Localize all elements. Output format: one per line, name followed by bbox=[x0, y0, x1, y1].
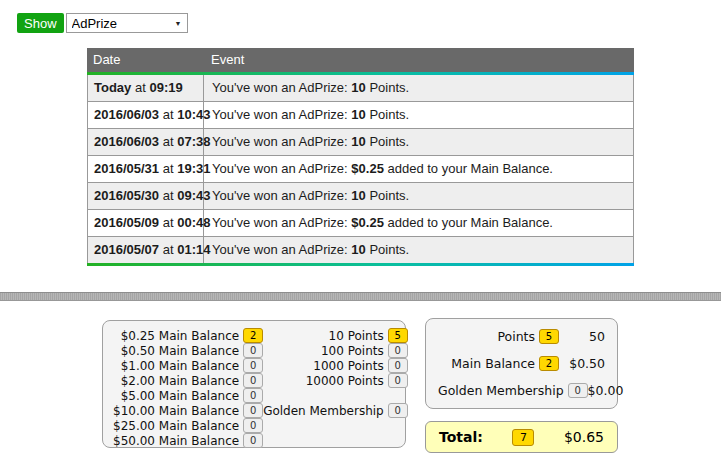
event-cell: You've won an AdPrize: 10 Points. bbox=[204, 129, 633, 155]
count-badge: 0 bbox=[243, 433, 263, 448]
count-badge: 0 bbox=[388, 373, 408, 388]
count-badge: 2 bbox=[539, 356, 559, 371]
date-cell: 2016/05/30 at 09:43 bbox=[88, 183, 204, 209]
prize-row: $50.00 Main Balance 0 bbox=[113, 433, 263, 448]
event-cell: You've won an AdPrize: $0.25 added to yo… bbox=[204, 210, 633, 236]
prize-label: $1.00 Main Balance bbox=[121, 359, 240, 373]
prize-label: $25.00 Main Balance bbox=[113, 419, 239, 433]
prize-row: $2.00 Main Balance 0 bbox=[113, 373, 263, 388]
table-body: Today at 09:19 You've won an AdPrize: 10… bbox=[87, 75, 634, 263]
table-row: 2016/05/09 at 00:48 You've won an AdPriz… bbox=[88, 209, 633, 236]
count-badge: 0 bbox=[243, 418, 263, 433]
count-badge: 0 bbox=[243, 343, 263, 358]
prize-row: $5.00 Main Balance 0 bbox=[113, 388, 263, 403]
table-row: 2016/06/03 at 10:43 You've won an AdPriz… bbox=[88, 101, 633, 128]
prize-label: 10 Points bbox=[329, 329, 384, 343]
count-badge: 7 bbox=[512, 429, 534, 446]
count-badge: 0 bbox=[243, 358, 263, 373]
table-header-row: Date Event bbox=[87, 48, 634, 72]
grand-total-label: Total: bbox=[439, 429, 483, 445]
date-cell: 2016/05/31 at 19:31 bbox=[88, 156, 204, 182]
prize-row: 10 Points 5 bbox=[263, 328, 408, 343]
prize-row: $0.50 Main Balance 0 bbox=[113, 343, 263, 358]
totals-box: Points 5 50 Main Balance 2 $0.50 Golden … bbox=[425, 318, 618, 409]
history-table: Date Event Today at 09:19 You've won an … bbox=[87, 48, 634, 266]
prize-row: 1000 Points 0 bbox=[263, 358, 408, 373]
prize-label: 100 Points bbox=[321, 344, 384, 358]
prize-label: $0.25 Main Balance bbox=[121, 329, 240, 343]
balance-prizes-column: $0.25 Main Balance 2 $0.50 Main Balance … bbox=[113, 328, 263, 447]
total-value: $0.00 bbox=[588, 383, 624, 398]
count-badge: 0 bbox=[568, 383, 588, 398]
event-cell: You've won an AdPrize: 10 Points. bbox=[204, 75, 633, 101]
grand-total-value: $0.65 bbox=[564, 429, 604, 445]
column-header-event: Event bbox=[203, 48, 634, 72]
history-filter-controls: Show AdPrize ▼ bbox=[17, 13, 188, 33]
count-badge: 0 bbox=[243, 373, 263, 388]
event-cell: You've won an AdPrize: $0.25 added to yo… bbox=[204, 156, 633, 182]
total-row: Main Balance 2 $0.50 bbox=[438, 356, 605, 371]
total-row: Points 5 50 bbox=[438, 329, 605, 344]
show-filter-select[interactable]: AdPrize bbox=[66, 13, 188, 33]
point-prizes-list: 10 Points 5 100 Points 0 1000 Points 0 bbox=[263, 328, 408, 388]
table-row: 2016/05/31 at 19:31 You've won an AdPriz… bbox=[88, 155, 633, 182]
golden-membership-row: Golden Membership 0 bbox=[263, 403, 408, 418]
prize-row: $0.25 Main Balance 2 bbox=[113, 328, 263, 343]
count-badge: 0 bbox=[243, 403, 263, 418]
date-cell: 2016/05/07 at 01:14 bbox=[88, 237, 204, 263]
count-badge: 0 bbox=[388, 343, 408, 358]
count-badge: 0 bbox=[388, 358, 408, 373]
count-badge: 0 bbox=[388, 403, 408, 418]
date-cell: 2016/06/03 at 10:43 bbox=[88, 102, 204, 128]
prize-label: $10.00 Main Balance bbox=[113, 404, 239, 418]
event-cell: You've won an AdPrize: 10 Points. bbox=[204, 102, 633, 128]
prize-label: Golden Membership bbox=[263, 404, 384, 418]
total-value: $0.50 bbox=[559, 356, 605, 371]
prize-summary-box: $0.25 Main Balance 2 $0.50 Main Balance … bbox=[102, 320, 406, 448]
total-label: Main Balance bbox=[438, 356, 535, 371]
grand-total-box: Total: 7 $0.65 bbox=[425, 421, 618, 453]
show-filter-select-wrap: AdPrize ▼ bbox=[66, 13, 188, 33]
prize-row: 100 Points 0 bbox=[263, 343, 408, 358]
section-divider bbox=[0, 292, 721, 301]
bottom-accent-bar bbox=[87, 263, 634, 266]
prize-label: 1000 Points bbox=[313, 359, 383, 373]
prize-row: $1.00 Main Balance 0 bbox=[113, 358, 263, 373]
prize-label: $5.00 Main Balance bbox=[121, 389, 240, 403]
prize-label: $2.00 Main Balance bbox=[121, 374, 240, 388]
count-badge: 2 bbox=[243, 328, 263, 343]
table-row: 2016/05/07 at 01:14 You've won an AdPriz… bbox=[88, 236, 633, 263]
adprize-history-page: Show AdPrize ▼ Date Event Today at 09:19… bbox=[0, 0, 721, 469]
prize-label: 10000 Points bbox=[306, 374, 384, 388]
event-cell: You've won an AdPrize: 10 Points. bbox=[204, 237, 633, 263]
prize-row: $25.00 Main Balance 0 bbox=[113, 418, 263, 433]
prize-row: $10.00 Main Balance 0 bbox=[113, 403, 263, 418]
date-cell: 2016/06/03 at 07:38 bbox=[88, 129, 204, 155]
event-cell: You've won an AdPrize: 10 Points. bbox=[204, 183, 633, 209]
table-row: Today at 09:19 You've won an AdPrize: 10… bbox=[88, 75, 633, 101]
column-header-date: Date bbox=[87, 48, 203, 72]
total-label: Golden Membership bbox=[438, 383, 564, 398]
prize-label: $50.00 Main Balance bbox=[113, 434, 239, 448]
point-prizes-column: 10 Points 5 100 Points 0 1000 Points 0 bbox=[263, 328, 408, 447]
total-row: Golden Membership 0 $0.00 bbox=[438, 383, 605, 398]
show-button[interactable]: Show bbox=[17, 13, 64, 33]
count-badge: 5 bbox=[388, 328, 408, 343]
date-cell: 2016/05/09 at 00:48 bbox=[88, 210, 204, 236]
prize-row: 10000 Points 0 bbox=[263, 373, 408, 388]
count-badge: 0 bbox=[243, 388, 263, 403]
prize-label: $0.50 Main Balance bbox=[121, 344, 240, 358]
spacer bbox=[263, 388, 408, 403]
date-cell: Today at 09:19 bbox=[88, 75, 204, 101]
table-row: 2016/06/03 at 07:38 You've won an AdPriz… bbox=[88, 128, 633, 155]
total-value: 50 bbox=[559, 329, 605, 344]
total-label: Points bbox=[438, 329, 535, 344]
count-badge: 5 bbox=[539, 329, 559, 344]
table-row: 2016/05/30 at 09:43 You've won an AdPriz… bbox=[88, 182, 633, 209]
